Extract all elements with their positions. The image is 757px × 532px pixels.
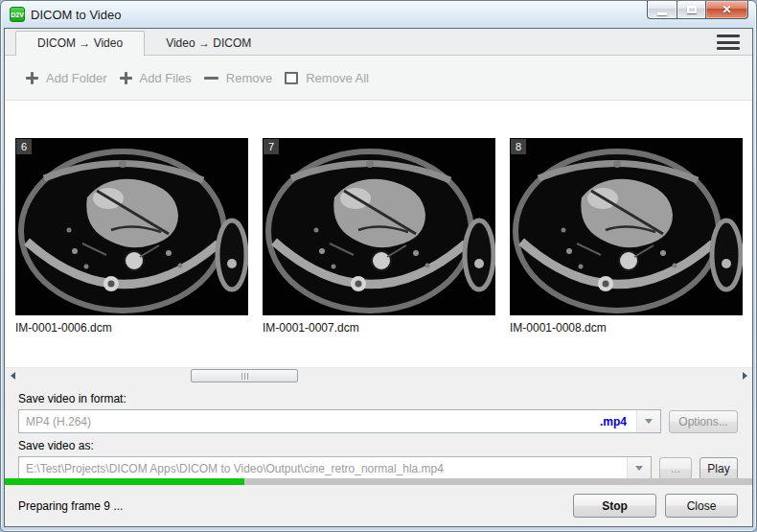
app-window: D2V DICOM to Video ✕ DICOM → VideoVideo … [0,0,757,532]
format-dropdown-arrow[interactable] [636,410,660,432]
options-button[interactable]: Options... [669,410,738,433]
add-folder-button[interactable]: Add Folder [26,71,107,85]
scroll-right-arrow[interactable] [737,368,752,383]
add-files-button[interactable]: Add Files [120,71,192,85]
minimize-button[interactable] [647,1,677,19]
format-combobox[interactable]: MP4 (H.264) .mp4 [18,409,661,433]
progress-bar [5,478,752,485]
close-dialog-button[interactable]: Close [665,494,738,518]
window-controls: ✕ [647,1,748,19]
output-dropdown-arrow[interactable] [627,457,651,479]
tab-video-to-dicom[interactable]: Video → DICOM [145,32,272,56]
window-title: DICOM to Video [31,8,121,22]
status-text: Preparing frame 9 ... [18,499,123,513]
filename-label: IM-0001-0007.dcm [263,321,495,335]
chevron-down-icon [645,419,653,424]
toolbar-button-label: Remove All [306,71,369,85]
output-label: Save video as: [18,439,738,452]
toolbar: Add FolderAdd FilesRemoveRemove All [5,56,752,101]
tab-bar: DICOM → VideoVideo → DICOM [5,29,752,56]
stop-button[interactable]: Stop [573,494,656,518]
app-icon: D2V [10,7,25,22]
remove-all-button[interactable]: Remove All [285,71,369,85]
save-options-section: Save video in format: MP4 (H.264) .mp4 O… [5,383,752,478]
right-arrow-icon [743,372,747,380]
menu-button[interactable] [717,35,740,50]
client-area: DICOM → VideoVideo → DICOM Add FolderAdd… [4,28,753,527]
square-icon [285,72,298,84]
plus-icon [26,72,38,84]
dicom-image-frame: 8 [510,138,743,315]
format-label: Save video in format: [18,392,738,405]
chevron-down-icon [635,466,643,471]
dicom-image [263,138,495,315]
plus-icon [120,72,132,84]
frame-number-badge: 8 [511,139,526,154]
frame-number-badge: 6 [16,139,32,154]
horizontal-scrollbar[interactable] [5,367,752,383]
left-arrow-icon [11,372,15,380]
maximize-button[interactable] [677,1,706,19]
filename-label: IM-0001-0008.dcm [510,321,743,335]
thumbnail-item[interactable]: 6IM-0001-0006.dcm [15,138,248,335]
minimize-icon [657,12,667,15]
filename-label: IM-0001-0006.dcm [15,321,248,335]
thumbnail-panel: 6IM-0001-0006.dcm 7IM-0001-0007.dcm 8IM-… [5,101,752,383]
dicom-image-frame: 7 [263,138,495,315]
hamburger-icon [717,35,740,37]
toolbar-button-label: Add Files [140,71,192,85]
output-combobox[interactable]: E:\Test\Projects\DICOM Apps\DICOM to Vid… [18,456,652,480]
title-bar[interactable]: D2V DICOM to Video [1,1,756,28]
extension-label: .mp4 [600,415,627,428]
output-path: E:\Test\Projects\DICOM Apps\DICOM to Vid… [26,462,627,475]
dicom-image [510,138,743,315]
remove-button[interactable]: Remove [204,71,272,85]
thumbnail-item[interactable]: 8IM-0001-0008.dcm [510,138,743,335]
scroll-left-arrow[interactable] [5,368,20,383]
minus-icon [204,77,218,80]
dicom-image-frame: 6 [15,138,248,315]
toolbar-button-label: Remove [226,71,272,85]
browse-button[interactable]: ... [659,457,692,480]
close-icon: ✕ [722,1,731,19]
frame-number-badge: 7 [264,139,279,154]
progress-fill [5,478,244,485]
tab-dicom-to-video[interactable]: DICOM → Video [15,31,145,56]
dicom-image [15,138,248,315]
thumbnail-item[interactable]: 7IM-0001-0007.dcm [263,138,495,335]
play-button[interactable]: Play [700,457,738,480]
scrollbar-thumb[interactable] [191,369,298,382]
format-value: MP4 (H.264) [26,415,600,428]
status-bar: Preparing frame 9 ... Stop Close [5,485,752,526]
toolbar-button-label: Add Folder [46,71,107,85]
maximize-icon [687,6,697,13]
close-button[interactable]: ✕ [706,1,748,19]
